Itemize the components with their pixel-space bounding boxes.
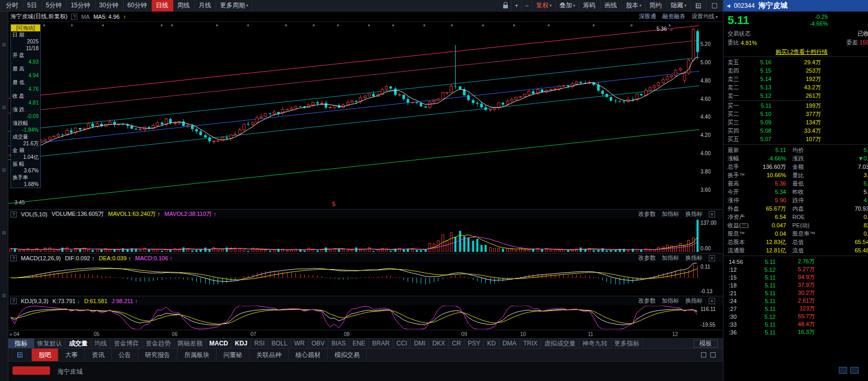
help-icon[interactable]: ?: [71, 14, 77, 20]
toolbar-tool-button[interactable]: 简约: [646, 0, 667, 11]
l2-link[interactable]: 购买L2查看十档行情: [776, 48, 828, 56]
indicator-item[interactable]: 资金趋势: [142, 339, 174, 348]
lock-icon[interactable]: [500, 0, 512, 11]
change-params-link[interactable]: 改参数: [638, 297, 656, 305]
panel-nav-button[interactable]: [839, 367, 847, 374]
period-button[interactable]: 分时: [2, 0, 23, 11]
period-button[interactable]: 日线: [152, 0, 173, 11]
help-icon[interactable]: ?: [10, 211, 17, 217]
period-button[interactable]: 60分钟: [124, 0, 152, 11]
indicator-item[interactable]: 资金博弈: [111, 339, 142, 348]
period-button[interactable]: 30分钟: [96, 0, 124, 11]
period-button[interactable]: 5分钟: [42, 0, 67, 11]
indicator-item[interactable]: 恢复默认: [34, 339, 66, 348]
collapse-panel-icon[interactable]: ◀: [727, 3, 730, 8]
indicator-tab[interactable]: 指标: [8, 339, 34, 348]
indicator-item[interactable]: PSY: [465, 339, 484, 348]
grid-view-icon[interactable]: [691, 0, 707, 11]
rail-tool-icon[interactable]: [2, 294, 6, 297]
panel-nav-button[interactable]: [850, 367, 859, 374]
kline-canvas[interactable]: [8, 22, 699, 208]
ma-button[interactable]: MA: [81, 14, 90, 20]
period-button[interactable]: 5日: [23, 0, 42, 11]
indicator-item[interactable]: 神奇九转: [579, 339, 611, 348]
grid-icon[interactable]: [8, 349, 32, 361]
bottom-tab[interactable]: 研究报告: [138, 349, 177, 361]
panel-toggle-icon[interactable]: [710, 352, 716, 357]
indicator-item[interactable]: DMI: [411, 339, 429, 348]
bottom-tab[interactable]: 核心题材: [289, 349, 328, 361]
indicator-item[interactable]: BIAS: [328, 339, 349, 348]
bottom-tab[interactable]: 股吧: [32, 349, 58, 361]
add-indicator-link[interactable]: 加指标: [662, 254, 679, 262]
volume-canvas[interactable]: [8, 219, 699, 252]
bottom-tab[interactable]: 所属板块: [177, 349, 217, 361]
zoom-out-button[interactable]: −: [522, 0, 532, 11]
indicator-item[interactable]: KD: [484, 339, 500, 348]
bottom-tab[interactable]: 大事: [58, 349, 85, 361]
indicator-item[interactable]: CR: [449, 339, 465, 348]
indicator-item[interactable]: 虚拟成交量: [541, 339, 579, 348]
rail-tool-icon[interactable]: [2, 106, 6, 109]
rail-tool-icon[interactable]: [2, 168, 6, 172]
indicator-item[interactable]: MACD: [206, 339, 232, 348]
period-button[interactable]: 更多周期▾: [216, 0, 252, 11]
indicator-item[interactable]: OBV: [308, 339, 328, 348]
shenzhen-connect-link[interactable]: 深股通: [639, 13, 656, 20]
toolbar-tool-button[interactable]: 筹码: [579, 0, 601, 11]
rail-tool-icon[interactable]: [2, 43, 6, 47]
indicator-item[interactable]: 成交量: [66, 339, 91, 348]
indicator-item[interactable]: DKX: [429, 339, 449, 348]
tick-list[interactable]: 14:56 5.11 2.76万 :12 5.12 5.27万 :15 5.11…: [723, 256, 868, 338]
bottom-tab[interactable]: 模拟交易: [328, 349, 367, 361]
indicator-item[interactable]: 两融差额: [174, 339, 206, 348]
period-button[interactable]: 月线: [195, 0, 216, 11]
change-params-link[interactable]: 改参数: [638, 210, 656, 218]
toolbar-tool-button[interactable]: 隐藏▾: [667, 0, 691, 11]
indicator-item[interactable]: KDJ: [232, 339, 251, 348]
margin-trading-link[interactable]: 融资融券: [662, 13, 685, 20]
period-button[interactable]: 周线: [173, 0, 195, 11]
period-button[interactable]: 15分钟: [67, 0, 95, 11]
switch-indicator-link[interactable]: 换指标: [685, 297, 703, 305]
indicator-item[interactable]: BOLL: [268, 339, 291, 348]
list-view-icon[interactable]: [701, 352, 706, 357]
switch-indicator-link[interactable]: 换指标: [685, 210, 703, 218]
template-button[interactable]: 模板: [694, 340, 718, 348]
macd-canvas[interactable]: [8, 263, 699, 295]
bottom-tab[interactable]: 问董秘: [217, 349, 249, 361]
indicator-item[interactable]: BRAR: [369, 339, 393, 348]
rail-tool-icon[interactable]: [2, 231, 6, 235]
kdj-canvas[interactable]: [8, 306, 699, 329]
toolbar-tool-button[interactable]: 画线: [601, 0, 622, 11]
scroll-left-icon[interactable]: «: [9, 331, 13, 337]
indicator-item[interactable]: CCI: [393, 339, 411, 348]
indicator-item[interactable]: TRIX: [520, 339, 541, 348]
close-icon[interactable]: ×: [709, 211, 715, 217]
ohlc-info-box[interactable]: [可拖动] 日 期 2025 11/18 开 盘 4.93 最 高 4.94 最…: [10, 24, 41, 188]
promo-badge[interactable]: [13, 366, 50, 375]
help-icon[interactable]: ?: [10, 298, 17, 304]
help-icon[interactable]: ?: [10, 255, 17, 261]
draggable-handle[interactable]: [可拖动]: [11, 25, 40, 31]
indicator-item[interactable]: 更多指标: [611, 339, 643, 348]
bottom-tab[interactable]: 关联品种: [249, 349, 289, 361]
add-indicator-link[interactable]: 加指标: [662, 297, 679, 305]
change-params-link[interactable]: 改参数: [638, 254, 656, 262]
left-tool-rail[interactable]: [0, 11, 8, 381]
switch-indicator-link[interactable]: 换指标: [685, 254, 703, 262]
toolbar-tool-button[interactable]: 叠加▾: [556, 0, 579, 11]
fullscreen-icon[interactable]: [707, 0, 723, 11]
indicator-item[interactable]: RSI: [251, 339, 268, 348]
bottom-tab[interactable]: 资讯: [85, 349, 112, 361]
indicator-item[interactable]: 均线: [91, 339, 111, 348]
add-indicator-link[interactable]: 加指标: [662, 210, 679, 218]
close-icon[interactable]: ×: [709, 298, 715, 304]
toolbar-tool-button[interactable]: 复权▾: [532, 0, 556, 11]
zoom-in-button[interactable]: +: [512, 0, 522, 11]
bottom-tab[interactable]: 公告: [112, 349, 138, 361]
indicator-item[interactable]: WR: [291, 339, 308, 348]
ma-settings-button[interactable]: 设置均线▾: [692, 13, 718, 20]
indicator-item[interactable]: ENE: [349, 339, 369, 348]
close-icon[interactable]: ×: [709, 255, 715, 261]
